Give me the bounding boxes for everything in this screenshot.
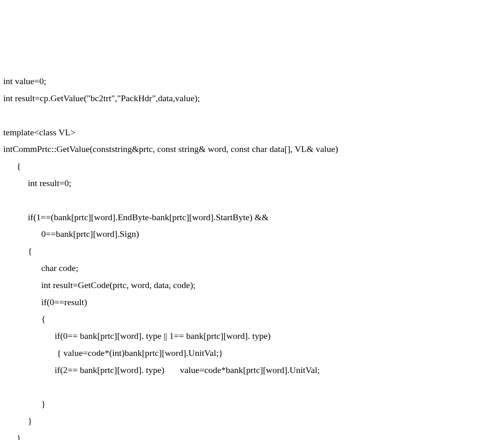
code-line: if(1==(bank[prtc][word].EndByte-bank[prt… bbox=[3, 212, 269, 222]
code-snippet: int value=0; int result=cp.GetValue("bc2… bbox=[3, 56, 501, 440]
code-line: int result=GetCode(prtc, word, data, cod… bbox=[3, 280, 196, 290]
code-line: int result=0; bbox=[3, 178, 72, 188]
code-line: } bbox=[3, 433, 21, 440]
code-line: { bbox=[3, 314, 46, 324]
code-line: } bbox=[3, 399, 46, 409]
code-line: if(0==result) bbox=[3, 297, 87, 307]
code-line: intCommPrtc::GetValue(conststring&prtc, … bbox=[3, 144, 338, 154]
code-line: int value=0; bbox=[3, 76, 46, 86]
code-line: int result=cp.GetValue("bc2trt","PackHdr… bbox=[3, 93, 200, 103]
code-line: } bbox=[3, 416, 32, 426]
code-line: { bbox=[3, 246, 32, 256]
code-line: template<class VL> bbox=[3, 127, 76, 137]
code-line: { value=code*(int)bank[prtc][word].UnitV… bbox=[3, 348, 223, 358]
code-line: if(0== bank[prtc][word]. type || 1== ban… bbox=[3, 331, 271, 341]
code-line: char code; bbox=[3, 263, 78, 273]
code-line: 0==bank[prtc][word].Sign) bbox=[3, 229, 139, 239]
code-line: { bbox=[3, 161, 21, 171]
code-line: if(2== bank[prtc][word]. type) value=cod… bbox=[3, 365, 320, 375]
